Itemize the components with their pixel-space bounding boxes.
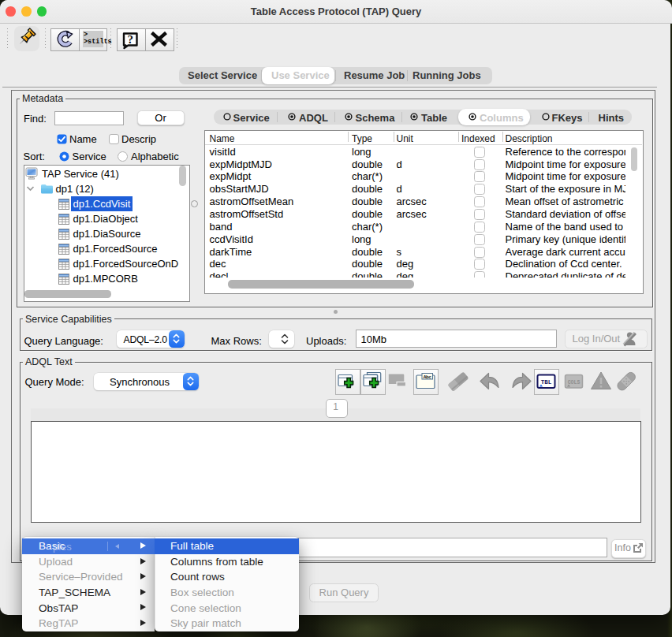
svg-text:COLS: COLS bbox=[567, 379, 580, 385]
svg-text:Abc: Abc bbox=[423, 374, 431, 379]
svg-text:TBL: TBL bbox=[541, 378, 552, 385]
svg-text:?: ? bbox=[127, 33, 133, 46]
